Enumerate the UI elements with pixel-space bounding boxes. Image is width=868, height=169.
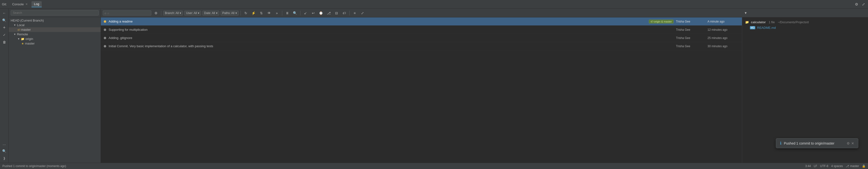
nav-search2-btn[interactable]: 🔍 [1,148,8,155]
nav-more-btn[interactable]: … [1,140,8,147]
commit-dot-3 [104,37,106,39]
local-label: Local [17,23,25,27]
status-branch: master [850,164,859,168]
branch-tree: HEAD (Current Branch) ▼ Local 🏷 master ▼… [9,17,101,163]
nav-sidebar: ← 🔍 + ✓ 🗑 … 🔍 ⟫ [0,9,9,163]
tag2-btn[interactable]: 🏷 [341,10,347,16]
master-remote-label: master [25,42,35,45]
tab-console-label: Console [12,2,24,6]
nav-add-btn[interactable]: + [1,24,8,31]
notif-settings-btn[interactable]: ⚙ [847,141,850,145]
title-bar-left: Git: Console ✕ Log [2,1,42,7]
tree-item-head[interactable]: HEAD (Current Branch) [9,18,101,23]
tree-item-local[interactable]: ▼ Local [9,23,101,27]
sep4 [300,11,301,15]
nav-check-btn[interactable]: ✓ [1,31,8,38]
tag-badge-icon: 🏷 [651,20,653,23]
filter-btn2[interactable]: ⊟ [333,10,340,16]
remote-expand-icon: ▼ [13,33,16,36]
status-indent: 4 spaces [831,164,843,168]
settings-icon[interactable]: ⚙ [854,2,859,7]
file-count: 1 file [769,21,775,24]
commit-dot-1 [104,20,106,23]
paths-dropdown-icon: ▾ [236,11,237,15]
origin-label: origin [26,37,33,41]
branch-search-input[interactable] [11,10,99,15]
pause-btn[interactable]: ⏸ [284,10,290,16]
nav-expand-btn[interactable]: ⟫ [1,155,8,162]
sep3 [282,11,282,15]
status-charset: UTF-8 [820,164,828,168]
expand2-btn[interactable]: ⤢ [359,10,366,16]
commit-row-1[interactable]: Adding a readme 🏷 origin & master Trisha… [101,18,742,26]
status-branch-area: ⎇ master [846,164,859,168]
eye-btn[interactable]: 👁 [266,10,272,16]
notif-info-icon: ℹ [780,141,781,145]
align-right-btn[interactable]: ≡ [351,10,358,16]
commit-search-box[interactable]: ⌕ [103,10,151,15]
commit-dot-2 [104,29,106,31]
fetch-btn[interactable]: ⚡ [250,10,257,16]
commit-search-input[interactable] [107,11,144,15]
status-right: 3:44 LF UTF-8 4 spaces ⎇ master 🔒 [805,164,866,168]
paths-filter-btn[interactable]: Paths: All ▾ [221,11,239,15]
folder-icon: 📁 [21,37,25,41]
branch-filter-label: Branch: All [165,11,179,15]
app-label: Git: [2,2,7,6]
branch-filter-btn[interactable]: Branch: All ▾ [163,11,183,15]
nav-search-btn[interactable]: 🔍 [1,17,8,24]
maximize-icon[interactable]: ⤢ [861,2,866,7]
nav-back-btn[interactable]: ← [1,10,8,16]
notif-close-btn[interactable]: ✕ [851,141,854,145]
commit-row-4[interactable]: Initial Commit. Very basic implementatio… [101,42,742,50]
refresh-btn[interactable]: ↻ [243,10,249,16]
tab-console-close[interactable]: ✕ [25,3,28,6]
nav-delete-btn[interactable]: 🗑 [1,39,8,45]
commit-row-3[interactable]: Adding .gitignore Trisha Gee 25 minutes … [101,34,742,42]
tab-console[interactable]: Console ✕ [10,1,31,7]
branch-search-area [9,9,101,17]
notification-popup: ℹ Pushed 1 commit to origin/master ⚙ ✕ [776,138,858,148]
status-encoding: LF [814,164,817,168]
notif-text: Pushed 1 commit to origin/master [784,141,835,145]
commit-tags-1: 🏷 origin & master [649,20,674,24]
status-lock-icon: 🔒 [862,164,866,168]
tree-item-origin[interactable]: ▼ 📁 origin [9,37,101,41]
commit-message-1: Adding a readme [108,20,646,23]
tab-log[interactable]: Log [32,1,42,7]
tree-item-master-remote[interactable]: ★ master [9,41,101,46]
date-filter-btn[interactable]: Date: All ▾ [203,11,219,15]
toolbar-settings-btn[interactable]: ⚙ [153,10,159,16]
repo-name: calculator [751,20,766,24]
more-btn[interactable]: » [274,10,280,16]
notif-actions: ⚙ ✕ [847,141,854,145]
commit-toolbar: ⌕ ⚙ Branch: All ▾ User: All ▾ Date: All … [101,9,742,18]
right-panel-toolbar: ▼ [742,9,868,18]
collapse-icon[interactable]: ▼ [744,11,747,15]
branch2-btn[interactable]: ⎇ [326,10,332,16]
tree-item-master-local[interactable]: 🏷 master [9,27,101,32]
push-pull-btn[interactable]: ⇅ [258,10,265,16]
readme-filename: README.md [757,26,776,30]
tag-badge-text: origin & master [654,20,672,23]
tag-badge-1: 🏷 origin & master [649,20,674,24]
branch-dropdown-icon: ▾ [180,11,181,15]
commit-time-1: A minute ago [708,20,739,23]
commit-message-2: Supporting for multiplication [108,28,671,31]
search3-btn[interactable]: 🔍 [292,10,298,16]
commit-time-4: 30 minutes ago [708,44,739,48]
status-branch-icon: ⎇ [846,164,849,168]
commit-message-4: Initial Commit. Very basic implementatio… [108,44,671,48]
file-entry-readme[interactable]: MD README.md [745,25,865,31]
folder2-icon: 📁 [745,20,749,24]
search-magnifier-icon: ⌕ [104,11,106,15]
arrow-down-btn[interactable]: ↙ [302,10,309,16]
tree-item-remote[interactable]: ▼ Remote [9,32,101,37]
commit-time-2: 12 minutes ago [708,28,739,31]
commit-row-2[interactable]: Supporting for multiplication Trisha Gee… [101,26,742,34]
clock-btn[interactable]: ⌚ [318,10,324,16]
user-filter-btn[interactable]: User: All ▾ [184,11,201,15]
file-path: ~/Documents/Projects/d [778,21,809,24]
user-dropdown-icon: ▾ [198,11,199,15]
undo-btn[interactable]: ↩ [310,10,316,16]
